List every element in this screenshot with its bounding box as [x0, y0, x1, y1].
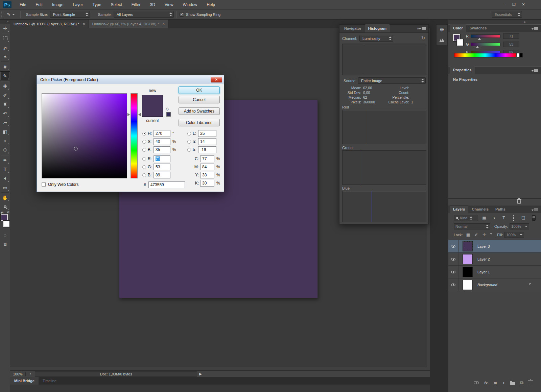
dodge-tool[interactable]: ☉: [0, 145, 10, 154]
foreground-color-swatch[interactable]: [1, 214, 8, 221]
rectangle-tool[interactable]: ▭: [0, 183, 10, 192]
status-play-icon[interactable]: ▶: [199, 372, 202, 376]
source-dropdown[interactable]: Entire Image: [358, 77, 426, 84]
tab-navigator[interactable]: Navigator: [341, 24, 365, 32]
quick-mask-button[interactable]: ◌: [0, 231, 10, 240]
lab-b-radio[interactable]: [187, 148, 191, 152]
dialog-close-button[interactable]: ✕: [211, 77, 222, 82]
add-to-swatches-button[interactable]: Add to Swatches: [179, 107, 220, 115]
saturation-brightness-field[interactable]: [42, 93, 127, 178]
lock-transparent-icon[interactable]: ▦: [465, 232, 471, 237]
black-swatch[interactable]: [520, 53, 523, 57]
layer-visibility-toggle[interactable]: [448, 240, 458, 253]
red-radio[interactable]: [142, 157, 146, 161]
color-spectrum-ramp[interactable]: [454, 53, 516, 57]
clone-stamp-tool[interactable]: ♜: [0, 100, 10, 109]
hue-arrow-left-icon[interactable]: [127, 113, 130, 116]
healing-brush-tool[interactable]: ✚: [0, 81, 10, 91]
lab-a-radio[interactable]: [187, 140, 191, 144]
new-group-icon[interactable]: [510, 381, 515, 385]
layer-style-icon[interactable]: fx.: [484, 381, 489, 385]
tab-timeline[interactable]: Timeline: [39, 377, 61, 385]
refresh-histogram-icon[interactable]: ↻: [421, 35, 425, 41]
hue-field[interactable]: 270: [154, 130, 170, 137]
lab-a-field[interactable]: 14: [198, 138, 216, 145]
workspace-dropdown[interactable]: Essentials: [492, 11, 522, 18]
layer-name[interactable]: Layer 2: [477, 257, 490, 261]
brightness-field[interactable]: 35: [154, 146, 170, 153]
gradient-tool[interactable]: ◧: [0, 127, 10, 136]
background-color-swatch[interactable]: [457, 39, 463, 46]
menu-edit[interactable]: Edit: [31, 0, 47, 9]
zoom-level-field[interactable]: 100%: [10, 372, 26, 376]
layer-row-layer3[interactable]: Layer 3: [448, 240, 541, 253]
menu-layer[interactable]: Layer: [68, 0, 88, 9]
current-tool-button[interactable]: ✎: [7, 12, 15, 17]
histogram-panel-icon[interactable]: [437, 35, 447, 46]
rectangular-marquee-tool[interactable]: [0, 34, 10, 43]
slider-thumb[interactable]: [478, 38, 481, 40]
lab-l-field[interactable]: 25: [198, 130, 216, 137]
filtering-toggle-switch[interactable]: [532, 215, 536, 221]
menu-type[interactable]: Type: [88, 0, 106, 9]
hue-radio[interactable]: [142, 132, 146, 136]
crop-tool[interactable]: #: [0, 62, 10, 71]
tab-paths[interactable]: Paths: [492, 205, 509, 213]
add-layer-mask-icon[interactable]: ◙: [494, 380, 497, 385]
close-tab-icon[interactable]: ×: [83, 22, 85, 26]
slider-thumb[interactable]: [476, 46, 479, 48]
navigator-panel-icon[interactable]: ☸: [437, 25, 447, 35]
menu-image[interactable]: Image: [47, 0, 68, 9]
tab-color[interactable]: Color: [450, 24, 466, 32]
red-slider[interactable]: [471, 34, 500, 38]
saturation-field[interactable]: 40: [154, 138, 170, 145]
tab-properties[interactable]: Properties: [450, 66, 475, 74]
layer-name[interactable]: Layer 1: [477, 270, 490, 274]
red-field[interactable]: 71: [154, 155, 170, 162]
tab-mini-bridge[interactable]: Mini Bridge: [10, 377, 39, 385]
blue-radio[interactable]: [142, 173, 146, 177]
quick-selection-tool[interactable]: ✶: [0, 52, 10, 61]
tab-swatches[interactable]: Swatches: [466, 24, 490, 32]
filter-type-icon[interactable]: T: [501, 216, 507, 220]
layer-row-layer1[interactable]: Layer 1: [448, 266, 541, 278]
document-info-field[interactable]: Doc: 1,03M/0 bytes: [35, 371, 197, 377]
layer-name[interactable]: Layer 3: [477, 244, 490, 248]
close-tab-icon[interactable]: ×: [162, 22, 165, 26]
panel-menu-icon[interactable]: [534, 69, 538, 70]
green-slider[interactable]: [471, 43, 500, 46]
lock-paint-icon[interactable]: ✐: [473, 232, 479, 237]
layer-row-background[interactable]: Background: [448, 278, 541, 291]
link-layers-icon[interactable]: [474, 381, 479, 384]
magenta-field[interactable]: 84: [200, 164, 214, 170]
opacity-field[interactable]: 100%: [510, 223, 529, 229]
swap-colors-icon[interactable]: ⇄: [7, 211, 9, 214]
sample-dropdown[interactable]: All Layers: [114, 11, 174, 18]
zoom-tool[interactable]: [0, 202, 10, 211]
layer-thumbnail[interactable]: [463, 280, 473, 290]
document-tab-1[interactable]: Untitled-1 @ 100% (Layer 3, RGB/8) * ×: [10, 20, 89, 28]
panel-menu-icon[interactable]: [422, 27, 426, 28]
green-value-field[interactable]: 53: [503, 42, 519, 47]
lab-l-radio[interactable]: [187, 132, 191, 136]
layer-visibility-toggle[interactable]: [448, 266, 458, 278]
lock-position-icon[interactable]: ✛: [481, 232, 487, 237]
tab-channels[interactable]: Channels: [468, 205, 492, 213]
green-field[interactable]: 53: [154, 164, 170, 170]
menu-help[interactable]: Help: [202, 0, 220, 9]
panel-menu-icon[interactable]: [534, 27, 538, 28]
new-adjustment-layer-icon[interactable]: ◑: [502, 380, 505, 385]
toolbar-collapse-button[interactable]: »: [0, 20, 10, 24]
move-tool[interactable]: ✛: [0, 24, 10, 33]
trash-icon[interactable]: [517, 200, 521, 204]
menu-view[interactable]: View: [160, 0, 178, 9]
yellow-field[interactable]: 38: [200, 172, 214, 178]
tab-layers[interactable]: Layers: [450, 205, 468, 213]
fill-field[interactable]: 100%: [504, 232, 524, 238]
blend-mode-dropdown[interactable]: Normal: [454, 223, 490, 229]
restore-button[interactable]: ❐: [509, 2, 519, 8]
path-selection-tool[interactable]: ➤: [0, 174, 10, 183]
filter-shape-icon[interactable]: [511, 216, 516, 220]
type-tool[interactable]: T: [0, 165, 10, 174]
menu-window[interactable]: Window: [178, 0, 202, 9]
